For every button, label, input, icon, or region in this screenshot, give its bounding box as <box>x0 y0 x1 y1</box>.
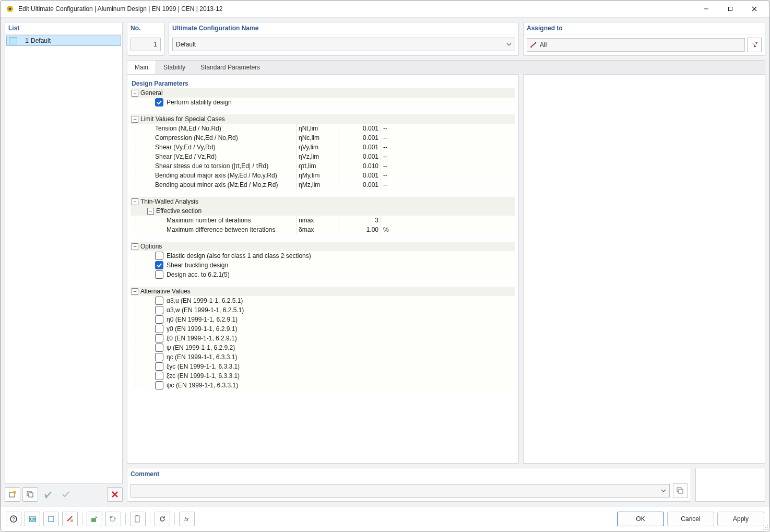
name-dropdown[interactable]: Default <box>172 38 515 51</box>
table-row[interactable]: ψc (EN 1999-1-1, 6.3.3.1) <box>131 381 515 390</box>
delete-item-button[interactable] <box>107 487 123 502</box>
row-unit: -- <box>383 125 387 132</box>
uncheck-all-button[interactable] <box>58 487 74 502</box>
apply-button[interactable]: Apply <box>717 512 764 526</box>
group-limit[interactable]: –Limit Values for Special Cases <box>131 114 515 124</box>
comment-header: Comment <box>127 468 691 480</box>
tabs: Main Stability Standard Parameters <box>127 60 765 74</box>
help-button[interactable]: ? <box>6 512 21 526</box>
comment-dropdown[interactable] <box>131 484 670 498</box>
row-perform-stability[interactable]: Perform stability design <box>131 98 515 107</box>
group-label: Thin-Walled Analysis <box>140 198 198 205</box>
checkbox[interactable] <box>155 252 163 260</box>
table-row[interactable]: α3,u (EN 1999-1-1, 6.2.5.1) <box>131 296 515 305</box>
cancel-button[interactable]: Cancel <box>667 512 714 526</box>
group-thin[interactable]: –Thin-Walled Analysis <box>131 197 515 206</box>
checkbox[interactable] <box>155 353 163 361</box>
row-value[interactable]: 1.00 <box>366 226 378 233</box>
comment-pick-button[interactable] <box>673 483 688 498</box>
checkbox[interactable] <box>155 334 163 342</box>
table-row[interactable]: Shear (Vy,Ed / Vy,Rd)ηVy,lim0.001-- <box>131 143 515 152</box>
row-value[interactable]: 0.001 <box>363 134 378 141</box>
collapse-icon[interactable]: – <box>132 198 138 205</box>
copy-item-button[interactable] <box>22 487 38 502</box>
table-row[interactable]: Shear buckling design <box>131 261 515 270</box>
collapse-icon[interactable]: – <box>147 208 154 215</box>
list-item[interactable]: 1 Default <box>6 36 121 46</box>
list-body[interactable]: 1 Default <box>5 34 123 484</box>
table-row[interactable]: α3,w (EN 1999-1-1, 6.2.5.1) <box>131 305 515 315</box>
checkbox[interactable] <box>155 306 163 314</box>
row-value[interactable]: 0.001 <box>363 125 378 132</box>
table-row[interactable]: ξzc (EN 1999-1-1, 6.3.3.1) <box>131 371 515 381</box>
assigned-field[interactable]: All <box>527 38 745 52</box>
table-row[interactable]: Shear stress due to torsion (|τt,Ed| / τ… <box>131 161 515 171</box>
group-alt[interactable]: –Alternative Values <box>131 287 515 296</box>
members-button[interactable] <box>62 512 78 526</box>
collapse-icon[interactable]: – <box>132 243 138 250</box>
clipboard-button[interactable] <box>130 512 146 526</box>
name-value: Default <box>176 41 196 48</box>
tab-stability[interactable]: Stability <box>156 61 193 74</box>
minimize-button[interactable] <box>694 1 718 17</box>
tab-standard[interactable]: Standard Parameters <box>193 61 268 74</box>
ok-button[interactable]: OK <box>617 512 664 526</box>
table-row[interactable]: Tension (Nt,Ed / No,Rd)ηNt,lim0.001-- <box>131 124 515 133</box>
row-value[interactable]: 0.001 <box>363 153 378 160</box>
checkbox[interactable] <box>155 315 163 324</box>
svg-rect-28 <box>135 516 139 522</box>
row-label: Maximum difference between iterations <box>167 226 276 233</box>
table-row[interactable]: Bending about minor axis (Mz,Ed / Mo,z,R… <box>131 180 515 190</box>
table-row[interactable]: η0 (EN 1999-1-1, 6.2.9.1) <box>131 315 515 324</box>
checkbox[interactable] <box>155 362 163 371</box>
collapse-icon[interactable]: – <box>132 116 138 123</box>
number-field[interactable]: 1 <box>131 38 161 51</box>
group-options[interactable]: –Options <box>131 242 515 251</box>
row-value[interactable]: 3 <box>375 217 378 224</box>
maximize-button[interactable] <box>718 1 742 17</box>
checkbox[interactable] <box>155 344 163 352</box>
checkbox[interactable] <box>155 381 163 389</box>
row-value[interactable]: 0.010 <box>363 162 378 170</box>
row-symbol: nmax <box>299 217 314 224</box>
view-button[interactable] <box>43 512 59 526</box>
table-row[interactable]: γ0 (EN 1999-1-1, 6.2.9.1) <box>131 324 515 334</box>
new-item-button[interactable] <box>5 487 20 502</box>
table-row[interactable]: ψ (EN 1999-1-1, 6.2.9.2) <box>131 343 515 352</box>
checkbox[interactable] <box>155 325 163 333</box>
checkbox[interactable] <box>155 261 163 269</box>
formula-button[interactable]: fx <box>179 512 195 526</box>
table-row[interactable]: Design acc. to 6.2.1(5) <box>131 270 515 279</box>
tab-main[interactable]: Main <box>127 61 156 74</box>
checkbox[interactable] <box>155 270 163 279</box>
table-row[interactable]: ξ0 (EN 1999-1-1, 6.2.9.1) <box>131 334 515 343</box>
table-row[interactable]: Maximum number of iterationsnmax3 <box>131 216 515 225</box>
checkbox[interactable] <box>155 297 163 305</box>
table-row[interactable]: Shear (Vz,Ed / Vz,Rd)ηVz,lim0.001-- <box>131 152 515 161</box>
export-button[interactable] <box>87 512 102 526</box>
reset-button[interactable] <box>155 512 170 526</box>
row-symbol: ηNc,lim <box>299 134 319 141</box>
table-row[interactable]: Bending about major axis (My,Ed / Mo,y,R… <box>131 171 515 180</box>
import-button[interactable] <box>105 512 121 526</box>
row-symbol: δmax <box>299 226 314 233</box>
pick-members-button[interactable] <box>747 38 762 52</box>
resize-grip-icon[interactable] <box>762 524 768 530</box>
group-general[interactable]: –General <box>131 88 515 98</box>
row-value[interactable]: 0.001 <box>363 144 378 151</box>
table-row[interactable]: Elastic design (also for class 1 and cla… <box>131 251 515 261</box>
checkbox[interactable] <box>155 372 163 380</box>
collapse-icon[interactable]: – <box>132 90 138 97</box>
row-value[interactable]: 0.001 <box>363 181 378 188</box>
table-row[interactable]: ξyc (EN 1999-1-1, 6.3.3.1) <box>131 362 515 371</box>
table-row[interactable]: Compression (Nc,Ed / No,Rd)ηNc,lim0.001-… <box>131 133 515 143</box>
table-row[interactable]: Maximum difference between iterationsδma… <box>131 225 515 234</box>
row-value[interactable]: 0.001 <box>363 172 378 179</box>
group-effective-section[interactable]: –Effective section <box>131 206 515 216</box>
collapse-icon[interactable]: – <box>132 288 138 295</box>
check-all-button[interactable] <box>40 487 56 502</box>
units-button[interactable]: 0,00 <box>25 512 40 526</box>
table-row[interactable]: ηc (EN 1999-1-1, 6.3.3.1) <box>131 352 515 362</box>
close-button[interactable] <box>742 1 766 17</box>
checkbox-perform-stability[interactable] <box>155 98 163 107</box>
